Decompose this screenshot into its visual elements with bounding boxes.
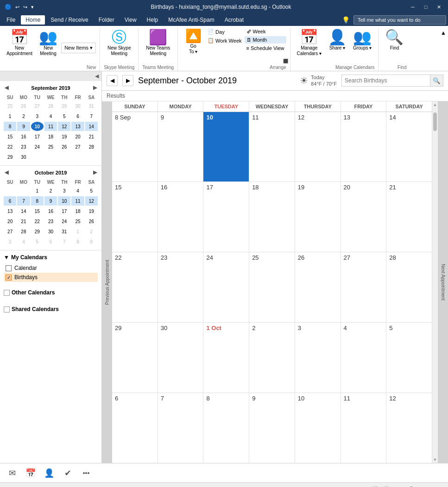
cal-cell-12[interactable]: 12: [295, 112, 341, 182]
cal-cell-5oct[interactable]: 5: [386, 323, 432, 393]
go-to-btn[interactable]: 🔼 GoTo ▾: [182, 28, 205, 56]
mini-cal-day[interactable]: 27: [4, 227, 16, 236]
mini-cal-day[interactable]: 24: [31, 142, 44, 151]
menu-home[interactable]: Home: [21, 15, 45, 25]
nav-tasks-btn[interactable]: ✔: [59, 465, 76, 481]
cal-cell-26[interactable]: 26: [295, 252, 341, 322]
nav-more-btn[interactable]: •••: [78, 465, 95, 481]
cal-cell-1oct[interactable]: 1 Oct: [203, 323, 249, 393]
mini-cal-day[interactable]: 13: [4, 206, 16, 216]
birthdays-checkbox[interactable]: ✓: [6, 275, 12, 281]
cal-cell-10-today[interactable]: 10: [203, 112, 249, 182]
mini-cal-day[interactable]: 24: [58, 217, 70, 226]
scroll-down-btn[interactable]: ▼: [432, 456, 438, 463]
cal-cell-9[interactable]: 9: [158, 112, 204, 182]
work-week-btn[interactable]: 📋 Work Week: [206, 37, 243, 44]
sep-cal-next[interactable]: ▶: [91, 84, 99, 92]
cal-cell-16[interactable]: 16: [158, 182, 204, 252]
nav-calendar-btn[interactable]: 📅: [22, 465, 39, 481]
mini-cal-day[interactable]: 26: [17, 101, 30, 111]
mini-cal-day[interactable]: 5: [58, 112, 70, 121]
nav-contacts-btn[interactable]: 👤: [41, 465, 57, 481]
cal-cell-8oct[interactable]: 8: [203, 393, 249, 463]
share-btn[interactable]: 👤 Share ▾: [325, 28, 349, 53]
week-btn[interactable]: 🗞 Week: [245, 28, 286, 35]
quick-access-redo[interactable]: ↪: [23, 4, 27, 10]
nav-mail-btn[interactable]: ✉: [4, 465, 20, 481]
other-cal-expand[interactable]: [4, 290, 10, 296]
mini-cal-day[interactable]: 30: [44, 227, 57, 236]
next-appointment-tab[interactable]: Next Appointment: [438, 101, 448, 463]
calendar-item-calendar[interactable]: Calendar: [4, 263, 98, 273]
mini-cal-day[interactable]: 5: [85, 186, 98, 195]
mini-cal-day[interactable]: 14: [85, 122, 98, 131]
oct-cal-next[interactable]: ▶: [91, 169, 99, 176]
mini-cal-day[interactable]: 1: [31, 186, 44, 195]
mini-cal-day[interactable]: [44, 152, 57, 162]
cal-cell-6oct[interactable]: 6: [112, 393, 158, 463]
menu-help[interactable]: Help: [142, 15, 163, 25]
shared-calendars-header[interactable]: Shared Calendars: [4, 306, 98, 312]
mini-cal-day[interactable]: 25: [71, 217, 84, 226]
menu-file[interactable]: File: [2, 15, 20, 25]
mini-cal-day[interactable]: 15: [31, 206, 44, 216]
other-calendars-header[interactable]: Other Calendars: [4, 289, 98, 296]
mini-cal-day[interactable]: 8: [4, 122, 16, 131]
new-teams-btn[interactable]: 🟪 New TeamsMeeting: [143, 28, 173, 58]
mini-cal-day[interactable]: 28: [17, 227, 30, 236]
mini-cal-day[interactable]: 14: [17, 206, 30, 216]
cal-cell-24[interactable]: 24: [203, 252, 249, 322]
mini-cal-day[interactable]: 5: [31, 237, 44, 246]
menu-folder[interactable]: Folder: [94, 15, 119, 25]
mini-cal-day[interactable]: 20: [4, 217, 16, 226]
cal-cell-22[interactable]: 22: [112, 252, 158, 322]
mini-cal-day[interactable]: 9: [44, 196, 57, 206]
minimize-btn[interactable]: ─: [408, 2, 417, 12]
cal-cell-21[interactable]: 21: [386, 182, 432, 252]
new-items-btn[interactable]: New Items ▾: [61, 43, 96, 53]
mini-cal-day[interactable]: 10: [58, 196, 70, 206]
new-appointment-btn[interactable]: 📅 NewAppointment: [4, 28, 35, 58]
cal-cell-28[interactable]: 28: [386, 252, 432, 322]
manage-calendars-btn[interactable]: 📅 ManageCalendars ▾: [294, 28, 324, 58]
mini-cal-day[interactable]: 19: [85, 206, 98, 216]
cal-cell-10oct[interactable]: 10: [295, 393, 341, 463]
month-btn[interactable]: 🗓 Month: [245, 36, 286, 44]
scroll-up-btn[interactable]: ▲: [432, 101, 438, 108]
ribbon-collapse[interactable]: ▲: [439, 28, 448, 71]
search-birthdays-input[interactable]: [342, 77, 430, 84]
my-calendars-header[interactable]: ▼ My Calendars: [4, 254, 98, 261]
mini-cal-day[interactable]: 17: [31, 132, 44, 141]
mini-cal-day[interactable]: [31, 152, 44, 162]
mini-cal-day[interactable]: 19: [58, 132, 70, 141]
mini-cal-day[interactable]: 18: [71, 206, 84, 216]
mini-cal-day[interactable]: 25: [4, 101, 16, 111]
mini-cal-day[interactable]: 21: [17, 217, 30, 226]
mini-cal-day[interactable]: 28: [44, 101, 57, 111]
cal-cell-20[interactable]: 20: [341, 182, 387, 252]
mini-cal-day[interactable]: 23: [44, 217, 57, 226]
cal-cell-2oct[interactable]: 2: [249, 323, 295, 393]
mini-cal-day[interactable]: 12: [85, 196, 98, 206]
mini-cal-day[interactable]: 12: [58, 122, 70, 131]
mini-cal-day[interactable]: 9: [85, 237, 98, 246]
cal-cell-18[interactable]: 18: [249, 182, 295, 252]
mini-cal-day[interactable]: 22: [4, 142, 16, 151]
sep-cal-prev[interactable]: ◀: [3, 84, 10, 92]
cal-cell-17[interactable]: 17: [203, 182, 249, 252]
mini-cal-day[interactable]: 6: [71, 112, 84, 121]
mini-cal-day[interactable]: 6: [44, 237, 57, 246]
mini-cal-day[interactable]: 7: [17, 196, 30, 206]
mini-cal-day[interactable]: 15: [4, 132, 16, 141]
mini-cal-day[interactable]: 28: [85, 142, 98, 151]
cal-cell-4oct[interactable]: 4: [341, 323, 387, 393]
mini-cal-day[interactable]: [17, 186, 30, 195]
cal-cell-25[interactable]: 25: [249, 252, 295, 322]
calendar-item-birthdays[interactable]: ✓ Birthdays: [4, 273, 98, 282]
mini-cal-day-today[interactable]: 10: [31, 122, 44, 131]
cal-cell-12oct[interactable]: 12: [386, 393, 432, 463]
cal-scrollbar[interactable]: ▲ ▼: [432, 101, 438, 463]
cal-cell-11[interactable]: 11: [249, 112, 295, 182]
mini-cal-day[interactable]: 7: [85, 112, 98, 121]
cal-next-btn[interactable]: ▶: [122, 75, 133, 86]
